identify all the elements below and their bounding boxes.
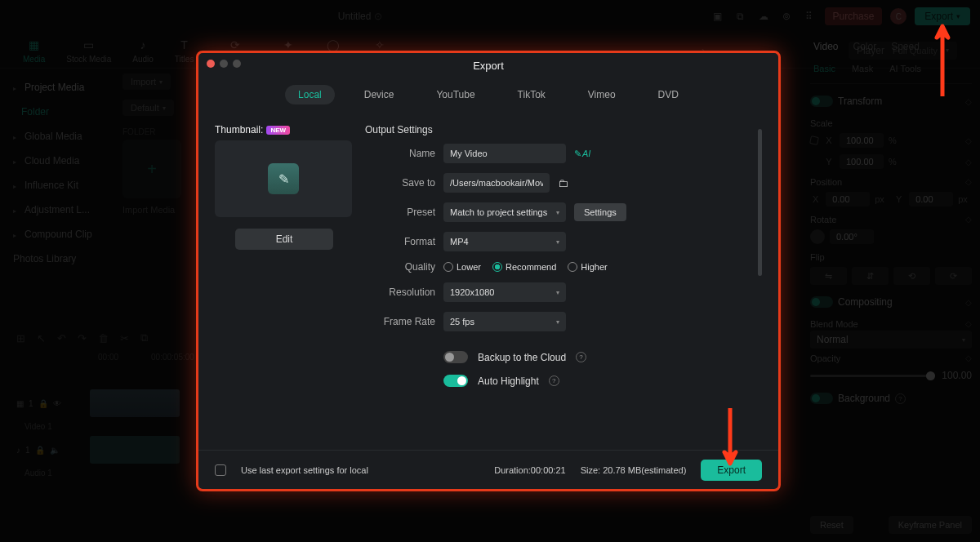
window-max-icon[interactable]: [233, 60, 241, 68]
export-modal: Export Local Device YouTube TikTok Vimeo…: [196, 51, 781, 491]
quality-label: Quality: [365, 261, 435, 273]
scrollbar[interactable]: [758, 129, 762, 276]
ai-icon[interactable]: AI: [574, 149, 590, 159]
settings-button[interactable]: Settings: [574, 203, 626, 221]
framerate-select[interactable]: 25 fps: [443, 312, 566, 331]
name-label: Name: [365, 148, 435, 159]
export-tab-tiktok[interactable]: TikTok: [505, 85, 559, 104]
window-min-icon[interactable]: [220, 60, 228, 68]
edit-thumbnail-button[interactable]: Edit: [235, 229, 333, 250]
modal-title: Export: [198, 53, 778, 77]
thumbnail-preview[interactable]: ✎: [215, 140, 352, 217]
save-to-input[interactable]: [443, 173, 550, 193]
export-tab-youtube[interactable]: YouTube: [423, 85, 488, 104]
name-input[interactable]: [443, 144, 566, 163]
format-label: Format: [365, 236, 435, 247]
duration-text: Duration:00:00:21: [494, 465, 565, 475]
use-last-settings-label: Use last export settings for local: [241, 465, 368, 475]
framerate-label: Frame Rate: [365, 316, 435, 327]
help-icon[interactable]: ?: [576, 352, 586, 362]
preset-select[interactable]: Match to project settings: [443, 202, 566, 222]
backup-cloud-label: Backup to the Cloud: [478, 352, 566, 363]
folder-icon[interactable]: 🗀: [558, 177, 568, 189]
resolution-select[interactable]: 1920x1080: [443, 282, 566, 302]
export-tab-dvd[interactable]: DVD: [645, 85, 692, 104]
window-close-icon[interactable]: [207, 60, 215, 68]
export-tab-local[interactable]: Local: [285, 85, 335, 104]
auto-highlight-switch[interactable]: [443, 375, 468, 387]
resolution-label: Resolution: [365, 287, 435, 298]
thumbnail-label: Thumbnail:: [215, 124, 263, 136]
export-tab-device[interactable]: Device: [351, 85, 408, 104]
use-last-settings-checkbox[interactable]: [215, 464, 226, 476]
help-icon[interactable]: ?: [549, 375, 559, 386]
pencil-icon: ✎: [278, 171, 289, 187]
quality-recommend-radio[interactable]: Recommend: [492, 262, 556, 272]
quality-higher-radio[interactable]: Higher: [568, 262, 607, 272]
backup-cloud-switch[interactable]: [443, 351, 468, 363]
format-select[interactable]: MP4: [443, 232, 566, 251]
preset-label: Preset: [365, 207, 435, 218]
export-tab-vimeo[interactable]: Vimeo: [575, 85, 629, 104]
save-to-label: Save to: [365, 177, 435, 189]
size-text: Size: 20.78 MB(estimated): [581, 465, 687, 475]
new-badge: NEW: [266, 126, 290, 135]
quality-lower-radio[interactable]: Lower: [443, 262, 481, 272]
auto-highlight-label: Auto Highlight: [478, 375, 539, 387]
export-confirm-button[interactable]: Export: [701, 460, 762, 481]
output-settings-label: Output Settings: [365, 124, 751, 144]
